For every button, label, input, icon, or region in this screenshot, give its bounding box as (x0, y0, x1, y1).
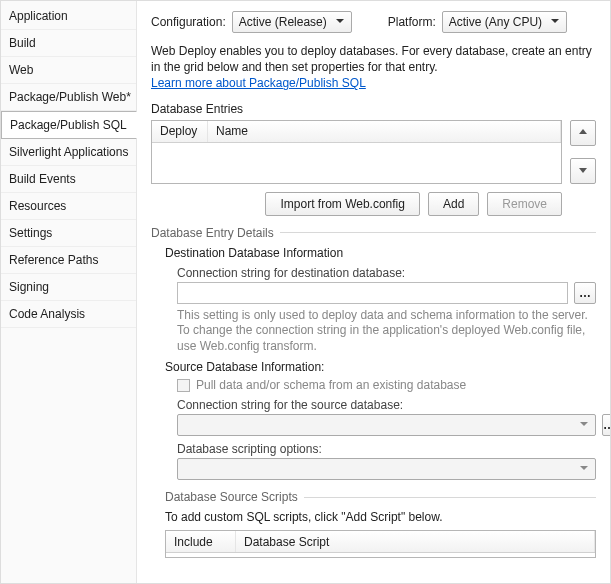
sidebar: Application Build Web Package/Publish We… (1, 1, 137, 583)
database-source-scripts-legend: Database Source Scripts (165, 490, 304, 504)
chevron-down-icon (550, 15, 560, 29)
sidebar-item-application[interactable]: Application (1, 3, 136, 30)
pull-data-checkbox[interactable] (177, 379, 190, 392)
dest-conn-hint: This setting is only used to deploy data… (177, 308, 596, 355)
sidebar-item-package-publish-web[interactable]: Package/Publish Web* (1, 84, 136, 111)
sidebar-item-silverlight[interactable]: Silverlight Applications (1, 139, 136, 166)
column-name[interactable]: Name (208, 121, 561, 142)
scripts-grid[interactable]: Include Database Script (165, 530, 596, 558)
sidebar-item-build[interactable]: Build (1, 30, 136, 57)
configuration-label: Configuration: (151, 15, 226, 29)
database-entries-grid[interactable]: Deploy Name (151, 120, 562, 184)
database-entry-details-group: Database Entry Details Destination Datab… (151, 226, 596, 567)
source-conn-label: Connection string for the source databas… (177, 398, 596, 412)
description-text: Web Deploy enables you to deploy databas… (151, 44, 592, 74)
sidebar-item-reference-paths[interactable]: Reference Paths (1, 247, 136, 274)
move-up-button[interactable] (570, 120, 596, 146)
sidebar-item-package-publish-sql[interactable]: Package/Publish SQL (1, 111, 137, 139)
chevron-down-icon (579, 462, 589, 476)
learn-more-link[interactable]: Learn more about Package/Publish SQL (151, 76, 366, 90)
platform-dropdown[interactable]: Active (Any CPU) (442, 11, 567, 33)
sidebar-item-settings[interactable]: Settings (1, 220, 136, 247)
sidebar-item-code-analysis[interactable]: Code Analysis (1, 301, 136, 328)
platform-label: Platform: (388, 15, 436, 29)
chevron-down-icon (335, 15, 345, 29)
column-include[interactable]: Include (166, 531, 236, 552)
database-entry-details-legend: Database Entry Details (151, 226, 280, 240)
ellipsis-icon: … (603, 418, 610, 432)
dest-conn-label: Connection string for destination databa… (177, 266, 596, 280)
destination-db-title: Destination Database Information (165, 246, 596, 260)
script-options-dropdown[interactable] (177, 458, 596, 480)
arrow-down-icon (578, 164, 588, 178)
sidebar-item-build-events[interactable]: Build Events (1, 166, 136, 193)
column-deploy[interactable]: Deploy (152, 121, 208, 142)
script-options-label: Database scripting options: (177, 442, 596, 456)
import-webconfig-button[interactable]: Import from Web.config (265, 192, 420, 216)
add-button[interactable]: Add (428, 192, 479, 216)
source-conn-dropdown[interactable] (177, 414, 596, 436)
sidebar-item-resources[interactable]: Resources (1, 193, 136, 220)
ellipsis-icon: … (579, 286, 591, 300)
sidebar-item-web[interactable]: Web (1, 57, 136, 84)
move-down-button[interactable] (570, 158, 596, 184)
remove-button[interactable]: Remove (487, 192, 562, 216)
grid-body[interactable] (152, 143, 561, 183)
database-source-scripts-group: Database Source Scripts To add custom SQ… (165, 490, 596, 558)
database-entries-label: Database Entries (151, 102, 596, 116)
main-panel: Configuration: Active (Release) Platform… (137, 1, 610, 583)
platform-value: Active (Any CPU) (449, 15, 542, 29)
arrow-up-icon (578, 126, 588, 140)
source-conn-browse-button[interactable]: … (602, 414, 610, 436)
chevron-down-icon (579, 418, 589, 432)
configuration-value: Active (Release) (239, 15, 327, 29)
sidebar-item-signing[interactable]: Signing (1, 274, 136, 301)
source-db-title: Source Database Information: (165, 360, 596, 374)
dest-conn-input[interactable] (177, 282, 568, 304)
column-database-script[interactable]: Database Script (236, 531, 595, 552)
pull-data-label: Pull data and/or schema from an existing… (196, 378, 466, 392)
configuration-dropdown[interactable]: Active (Release) (232, 11, 352, 33)
scripts-description: To add custom SQL scripts, click "Add Sc… (165, 510, 596, 524)
dest-conn-browse-button[interactable]: … (574, 282, 596, 304)
